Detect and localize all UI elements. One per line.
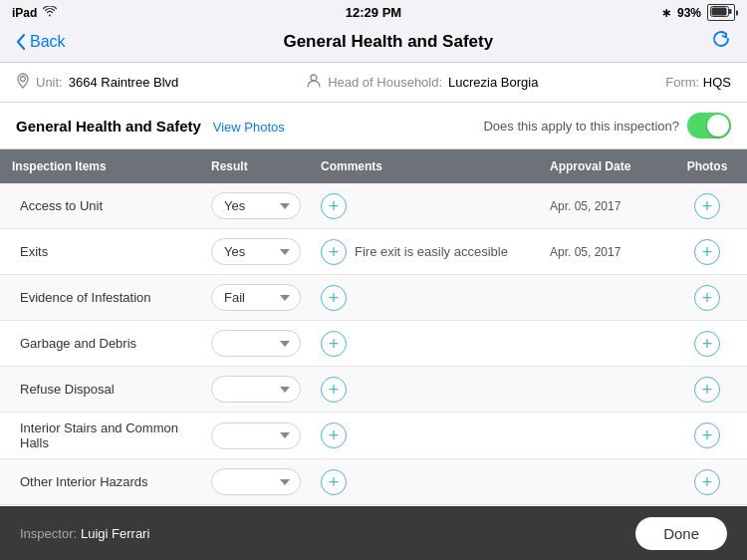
toggle-knob bbox=[707, 115, 729, 137]
result-cell: YesNoPassFailN/A bbox=[199, 230, 309, 273]
table-row: Garbage and DebrisYesNoPassFailN/A++ bbox=[0, 321, 747, 367]
unit-value: 3664 Raintree Blvd bbox=[69, 75, 179, 90]
wifi-icon bbox=[43, 6, 57, 20]
table-row: Interior Stairs and Common HallsYesNoPas… bbox=[0, 413, 747, 459]
add-photo-button[interactable]: + bbox=[694, 331, 720, 357]
battery-icon bbox=[707, 4, 735, 21]
table-row: Evidence of InfestationYesNoPassFailN/A+… bbox=[0, 275, 747, 321]
section-title-group: General Health and Safety View Photos bbox=[16, 118, 285, 135]
comment-cell: + bbox=[309, 185, 538, 227]
result-select[interactable]: YesNoPassFailN/A bbox=[211, 192, 301, 219]
item-name: Evidence of Infestation bbox=[0, 282, 199, 313]
photos-cell: + bbox=[667, 231, 747, 273]
form-label: Form: bbox=[665, 75, 699, 90]
result-cell: YesNoPassFailN/A bbox=[199, 415, 309, 457]
add-comment-button[interactable]: + bbox=[321, 285, 347, 311]
done-button[interactable]: Done bbox=[635, 517, 727, 550]
unit-info: Unit: 3664 Raintree Blvd bbox=[16, 73, 178, 92]
result-cell: YesNoPassFailN/A bbox=[199, 368, 309, 411]
result-cell: YesNoPassFailN/A bbox=[199, 460, 309, 503]
header-approval-date: Approval Date bbox=[538, 149, 667, 183]
table-row: Access to UnitYesNoPassFailN/A+Apr. 05, … bbox=[0, 183, 747, 229]
section-title: General Health and Safety bbox=[16, 118, 201, 135]
status-right: ∗ 93% bbox=[661, 4, 735, 21]
result-select[interactable]: YesNoPassFailN/A bbox=[211, 284, 301, 311]
refresh-button[interactable] bbox=[711, 29, 731, 54]
item-name: Access to Unit bbox=[0, 190, 199, 221]
add-photo-button[interactable]: + bbox=[694, 377, 720, 403]
result-cell: YesNoPassFailN/A bbox=[199, 322, 309, 365]
table-row: Refuse DisposalYesNoPassFailN/A++ bbox=[0, 367, 747, 413]
view-photos-link[interactable]: View Photos bbox=[213, 120, 285, 135]
result-select[interactable]: YesNoPassFailN/A bbox=[211, 238, 301, 265]
comment-cell: + bbox=[309, 369, 538, 411]
location-icon bbox=[16, 73, 30, 92]
approval-date-cell bbox=[538, 382, 667, 398]
result-cell: YesNoPassFailN/A bbox=[199, 184, 309, 227]
svg-rect-2 bbox=[729, 9, 732, 14]
comment-cell: + bbox=[309, 277, 538, 319]
header-inspection-items: Inspection Items bbox=[0, 149, 199, 183]
photos-cell: + bbox=[667, 461, 747, 503]
photos-cell: + bbox=[667, 369, 747, 411]
head-value: Lucrezia Borgia bbox=[448, 75, 538, 90]
table-header: Inspection Items Result Comments Approva… bbox=[0, 149, 747, 183]
approval-date-cell bbox=[538, 290, 667, 306]
nav-title: General Health and Safety bbox=[283, 32, 493, 52]
item-name: Refuse Disposal bbox=[0, 374, 199, 405]
add-photo-button[interactable]: + bbox=[694, 239, 720, 265]
header-result: Result bbox=[199, 149, 309, 183]
add-comment-button[interactable]: + bbox=[321, 377, 347, 403]
svg-point-4 bbox=[311, 75, 317, 81]
result-select[interactable]: YesNoPassFailN/A bbox=[211, 330, 301, 357]
approval-date-cell bbox=[538, 336, 667, 352]
add-comment-button[interactable]: + bbox=[321, 193, 347, 219]
approval-date-cell bbox=[538, 474, 667, 490]
comment-cell: + bbox=[309, 461, 538, 503]
inspection-table: Inspection Items Result Comments Approva… bbox=[0, 149, 747, 528]
result-select[interactable]: YesNoPassFailN/A bbox=[211, 468, 301, 495]
table-row: ExitsYesNoPassFailN/A+Fire exit is easil… bbox=[0, 229, 747, 275]
photos-cell: + bbox=[667, 323, 747, 365]
back-button[interactable]: Back bbox=[16, 33, 66, 51]
photos-cell: + bbox=[667, 415, 747, 456]
status-bar: iPad 12:29 PM ∗ 93% bbox=[0, 0, 747, 25]
add-comment-button[interactable]: + bbox=[321, 469, 347, 495]
nav-bar: Back General Health and Safety bbox=[0, 25, 747, 63]
add-comment-button[interactable]: + bbox=[321, 239, 347, 265]
table-row: Other Interior HazardsYesNoPassFailN/A++ bbox=[0, 459, 747, 505]
status-left: iPad bbox=[12, 6, 57, 20]
result-select[interactable]: YesNoPassFailN/A bbox=[211, 422, 301, 449]
photos-cell: + bbox=[667, 185, 747, 227]
applies-toggle[interactable] bbox=[687, 113, 731, 139]
inspector-name: Luigi Ferrari bbox=[81, 526, 149, 541]
bottom-bar: Inspector: Luigi Ferrari Done bbox=[0, 506, 747, 560]
header-photos: Photos bbox=[667, 149, 747, 183]
bluetooth-icon: ∗ bbox=[661, 6, 671, 20]
add-photo-button[interactable]: + bbox=[694, 469, 720, 495]
applies-toggle-group: Does this apply to this inspection? bbox=[483, 113, 731, 139]
approval-date-cell: Apr. 05, 2017 bbox=[538, 191, 667, 221]
comment-cell: + bbox=[309, 415, 538, 456]
form-info: Form: HQS bbox=[665, 75, 731, 90]
battery-percent: 93% bbox=[677, 6, 701, 20]
comment-cell: + bbox=[309, 323, 538, 365]
add-photo-button[interactable]: + bbox=[694, 193, 720, 219]
item-name: Other Interior Hazards bbox=[0, 466, 199, 497]
add-photo-button[interactable]: + bbox=[694, 285, 720, 311]
inspector-label: Inspector: bbox=[20, 526, 77, 541]
header-comments: Comments bbox=[309, 149, 538, 183]
result-select[interactable]: YesNoPassFailN/A bbox=[211, 376, 301, 403]
ipad-label: iPad bbox=[12, 6, 37, 20]
unit-label: Unit: bbox=[36, 75, 63, 90]
form-value: HQS bbox=[703, 75, 731, 90]
person-icon bbox=[306, 73, 322, 92]
add-photo-button[interactable]: + bbox=[694, 422, 720, 448]
svg-point-3 bbox=[21, 77, 26, 82]
back-label: Back bbox=[30, 33, 66, 51]
head-label: Head of Household: bbox=[328, 75, 442, 90]
add-comment-button[interactable]: + bbox=[321, 331, 347, 357]
approval-date-cell: Apr. 05, 2017 bbox=[538, 237, 667, 267]
head-info: Head of Household: Lucrezia Borgia bbox=[306, 73, 538, 92]
add-comment-button[interactable]: + bbox=[321, 422, 347, 448]
